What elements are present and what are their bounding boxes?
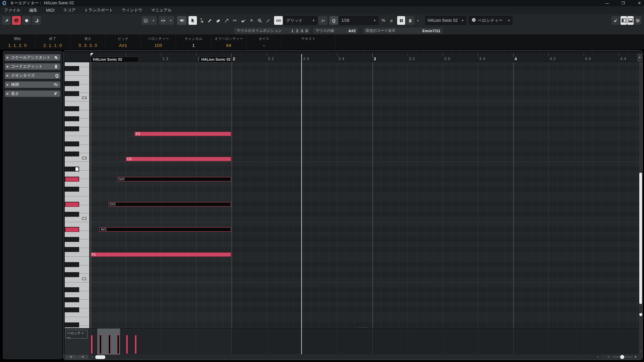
part-name-flag-1[interactable]: HALion Sonic 02 (199, 57, 231, 62)
close-button[interactable]: ✕ (634, 0, 644, 6)
midi-note-G#2[interactable]: G#2 (117, 177, 231, 181)
info-field-value[interactable]: 100 (141, 43, 176, 48)
part-editing-mode-button[interactable] (159, 16, 167, 25)
inspector-section-0[interactable]: ▶スケールアシスタント (5, 54, 60, 61)
info-field-value[interactable]: 1 (176, 43, 211, 48)
part-list-caret[interactable]: ▼ (415, 16, 421, 25)
menu-item-0[interactable]: ファイル (4, 7, 20, 13)
maximize-button[interactable]: ❐ (618, 0, 628, 6)
menu-item-6[interactable]: マニュアル (151, 7, 171, 13)
black-key[interactable] (65, 116, 79, 121)
tool-line[interactable] (264, 16, 272, 25)
zoom-in-icon[interactable]: + (634, 354, 637, 360)
solo-button[interactable]: S (12, 16, 21, 25)
tool-mute[interactable]: ✕ (248, 16, 256, 25)
tool-object-selection[interactable] (189, 16, 197, 25)
velocity-lane[interactable] (89, 328, 639, 355)
black-key[interactable] (65, 287, 79, 292)
snap-button[interactable] (274, 16, 283, 25)
tool-erase[interactable] (214, 16, 222, 25)
autoscroll-button[interactable] (142, 16, 150, 25)
tool-zoom[interactable] (256, 16, 264, 25)
controller-lane-setup-button[interactable]: ▼ (77, 355, 88, 359)
edit-active-part-only-button[interactable] (406, 16, 415, 25)
part-name-flag-0[interactable]: HALion Sonic 02 (91, 57, 139, 62)
highlighted-key-G#2[interactable] (65, 177, 79, 182)
ruler-options-button[interactable]: ▼ (637, 54, 642, 62)
black-key[interactable] (65, 262, 79, 267)
scroll-right-arrow-icon[interactable]: › (596, 354, 600, 360)
vertical-zoom-knob[interactable] (639, 313, 642, 316)
inspector-section-4[interactable]: ▶長さ (5, 90, 60, 97)
midi-note-D#2[interactable]: D#2 (108, 202, 231, 206)
autoscroll-options-caret[interactable]: ▼ (150, 16, 157, 25)
quantize-preset-dropdown[interactable]: 1/16▼ (339, 16, 378, 25)
snap-relative-button[interactable]: -|+ (318, 16, 327, 25)
black-key[interactable] (65, 237, 79, 242)
piano-keyboard[interactable]: C4C3C2C1C0 (65, 62, 89, 328)
menu-item-1[interactable]: 編集 (29, 7, 37, 13)
inspector-section-1[interactable]: ▶コードエディット (5, 63, 60, 70)
note-grid[interactable]: F1A#1D#2G#2C3F3 (89, 62, 639, 328)
menu-item-4[interactable]: トランスポート (84, 7, 113, 13)
grid-type-dropdown[interactable]: グリッド▼ (284, 16, 317, 25)
black-key[interactable] (65, 81, 79, 86)
part-selector-dropdown[interactable]: HALion Sonic 02▼ (425, 16, 466, 25)
vertical-scrollbar[interactable]: ⌃ ⌄ (639, 62, 642, 354)
highlighted-key-A#1[interactable] (65, 227, 79, 232)
horizontal-scroll-thumb[interactable] (95, 355, 105, 359)
bottom-zone-toggle[interactable] (627, 16, 634, 25)
iterative-quantize-button[interactable]: % (379, 16, 387, 25)
info-field-value[interactable]: 2. 1. 1. 0 (35, 43, 70, 48)
inspector-section-2[interactable]: ▶クオンタイズQ (5, 72, 60, 79)
timeline-ruler[interactable]: 1.21.31.422.22.32.433.23.33.444.24.34.4H… (63, 53, 642, 63)
left-zone-toggle[interactable] (621, 16, 627, 25)
velocity-bar-F1[interactable] (91, 335, 93, 354)
tool-draw[interactable] (206, 16, 214, 25)
scroll-left-arrow-icon[interactable]: ‹ (90, 354, 95, 360)
black-key[interactable] (65, 322, 79, 327)
inspector-section-3[interactable]: ▶移調 (5, 81, 60, 88)
minimize-button[interactable]: — (602, 0, 612, 6)
highlighted-key-D#2[interactable] (65, 202, 79, 207)
velocity-bar-C3[interactable] (126, 335, 128, 354)
black-key[interactable] (65, 66, 79, 71)
scroll-down-arrow-icon[interactable]: ⌄ (639, 349, 642, 352)
speaker-button[interactable] (177, 16, 186, 25)
quantize-button[interactable]: Q (329, 16, 338, 25)
menu-item-2[interactable]: MIDI (46, 8, 54, 13)
tool-glue[interactable] (239, 16, 248, 25)
velocity-bar-F3[interactable] (135, 335, 137, 354)
acoustic-feedback-button[interactable] (32, 16, 41, 25)
tool-split[interactable]: ✂ (231, 16, 239, 25)
velocity-bar-D#2[interactable] (108, 335, 111, 354)
black-key[interactable] (65, 141, 79, 146)
black-key[interactable] (65, 126, 79, 131)
menu-item-3[interactable]: スコア (63, 7, 75, 13)
horizontal-zoom-slider[interactable]: − + (607, 354, 640, 360)
midi-note-C3[interactable]: C3 (126, 157, 231, 161)
controller-selector-dropdown[interactable]: ベロシティー▼ (469, 16, 513, 25)
setup-toolbar-button[interactable] (634, 16, 641, 25)
part-editing-caret[interactable]: ▼ (168, 16, 174, 25)
horizontal-scrollbar[interactable]: ‹ › (90, 354, 601, 360)
info-field-value[interactable]: A#1 (106, 43, 141, 48)
black-key[interactable] (65, 247, 79, 252)
black-key[interactable] (65, 187, 79, 192)
vertical-scroll-thumb[interactable] (639, 173, 642, 304)
zoom-out-icon[interactable]: − (607, 354, 610, 360)
black-key[interactable] (65, 297, 79, 302)
scroll-up-arrow-icon[interactable]: ⌃ (639, 63, 642, 66)
tool-trim[interactable] (222, 16, 231, 25)
open-in-separate-window-button[interactable] (611, 16, 620, 25)
controller-lane-label[interactable]: ベロシティー (65, 330, 88, 339)
menu-item-5[interactable]: ウィンドウ (122, 7, 142, 13)
black-key[interactable] (65, 106, 79, 111)
midi-note-F1[interactable]: F1 (91, 252, 231, 257)
midi-note-F3[interactable]: F3 (135, 132, 231, 136)
show-part-borders-button[interactable] (397, 16, 405, 25)
info-field-value[interactable]: – (247, 43, 281, 48)
zoom-slider-knob[interactable] (620, 355, 624, 359)
info-field-value[interactable]: 0. 3. 3. 0 (70, 43, 105, 48)
velocity-bar-G#2[interactable] (117, 335, 119, 354)
